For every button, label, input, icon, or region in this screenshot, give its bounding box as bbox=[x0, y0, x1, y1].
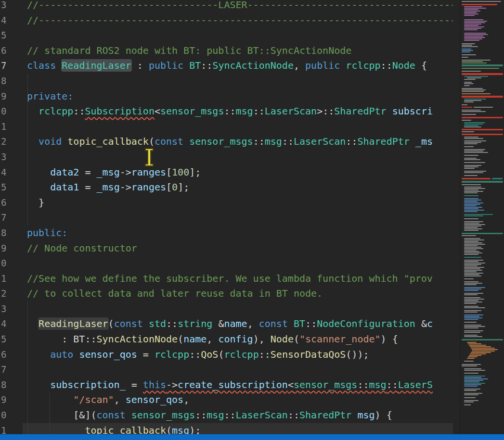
code-line[interactable]: 0 [&](const sensor_msgs::msg::LaserScan:… bbox=[0, 408, 453, 423]
minimap-row bbox=[464, 214, 493, 215]
minimap-row bbox=[464, 368, 481, 369]
line-number[interactable]: 8 bbox=[1, 226, 22, 241]
line-number[interactable]: 4 bbox=[1, 165, 22, 180]
line-number[interactable]: 5 bbox=[1, 28, 22, 43]
code-line[interactable]: 3 bbox=[0, 302, 453, 317]
line-number[interactable]: 2 bbox=[1, 286, 22, 302]
line-number[interactable]: 0 bbox=[1, 256, 22, 271]
code-line[interactable]: 2 void topic_callback(const sensor_msgs:… bbox=[0, 134, 453, 150]
code-token: BT bbox=[189, 60, 201, 71]
code-line[interactable]: 7class ReadingLaser : public BT::SyncAct… bbox=[0, 58, 453, 74]
minimap-row bbox=[464, 204, 480, 205]
line-number[interactable]: 9 bbox=[1, 241, 22, 256]
code-token: class bbox=[27, 60, 56, 71]
line-number[interactable]: 7 bbox=[1, 362, 22, 377]
minimap[interactable] bbox=[460, 0, 504, 434]
minimap-row bbox=[464, 267, 484, 268]
code-line[interactable]: 5 data1 = _msg->ranges[0]; bbox=[0, 180, 453, 195]
code-line[interactable]: 6 } bbox=[0, 195, 453, 211]
line-number[interactable]: 9 bbox=[1, 392, 22, 408]
minimap-row bbox=[464, 171, 486, 172]
line-number[interactable]: 8 bbox=[1, 377, 22, 393]
code-line[interactable]: 9 "/scan", sensor_qos, bbox=[0, 392, 453, 408]
code-line[interactable]: 8 bbox=[0, 74, 453, 89]
minimap-row bbox=[462, 131, 474, 132]
code-token: :: bbox=[224, 409, 235, 421]
code-line[interactable]: 4 ReadingLaser(const std::string &name, … bbox=[0, 316, 453, 332]
line-number[interactable]: 4 bbox=[1, 13, 22, 28]
line-number[interactable]: 1 bbox=[1, 423, 22, 434]
code-line[interactable]: 5 : BT::SyncActionNode(name, config), No… bbox=[0, 332, 453, 347]
code-line[interactable]: 3//-------------------------------LASER-… bbox=[0, 0, 453, 13]
line-number[interactable]: 4 bbox=[1, 316, 22, 332]
line-number[interactable]: 1 bbox=[1, 271, 22, 287]
line-number[interactable]: 5 bbox=[1, 332, 22, 347]
minimap-row bbox=[464, 26, 484, 27]
code-line[interactable]: 1 bbox=[0, 119, 453, 135]
code-line[interactable]: 0 bbox=[0, 256, 453, 271]
code-line[interactable]: 9private: bbox=[0, 89, 453, 104]
line-number[interactable]: 2 bbox=[1, 134, 22, 150]
line-number[interactable]: 6 bbox=[1, 195, 22, 211]
minimap-row bbox=[464, 297, 480, 298]
code-token bbox=[27, 166, 50, 178]
code-token: ranges bbox=[131, 166, 166, 178]
code-line[interactable]: 3 bbox=[0, 150, 453, 165]
code-token: topic_callback bbox=[85, 425, 166, 434]
code-token bbox=[27, 318, 39, 329]
line-number[interactable]: 6 bbox=[1, 43, 22, 59]
code-line[interactable]: 0 rclcpp::Subscription<sensor_msgs::msg:… bbox=[0, 104, 453, 119]
code-line[interactable]: 7 bbox=[0, 362, 453, 377]
code-line[interactable]: 7 bbox=[0, 210, 453, 226]
minimap-row bbox=[492, 178, 503, 179]
minimap-row bbox=[464, 319, 478, 320]
code-line[interactable]: 6 auto sensor_qos = rclcpp::QoS(rclcpp::… bbox=[0, 347, 453, 363]
code-token bbox=[126, 409, 131, 421]
code-token: ( bbox=[218, 349, 224, 360]
code-token: & bbox=[415, 318, 427, 329]
line-number[interactable]: 6 bbox=[1, 347, 22, 363]
minimap-row bbox=[464, 264, 481, 265]
line-number[interactable]: 5 bbox=[1, 180, 22, 195]
minimap-row bbox=[464, 37, 485, 38]
status-bar[interactable] bbox=[0, 434, 504, 440]
code-token: Node bbox=[271, 333, 294, 345]
minimap-row bbox=[464, 137, 478, 138]
minimap-row bbox=[464, 251, 479, 252]
minimap-row bbox=[464, 307, 485, 308]
minimap-row bbox=[464, 138, 483, 139]
code-line[interactable]: 4 data2 = _msg->ranges[100]; bbox=[0, 165, 453, 180]
line-number[interactable]: 7 bbox=[1, 210, 22, 226]
code-token: ( bbox=[149, 136, 155, 147]
code-line[interactable]: 1//See how we define the subscriber. We … bbox=[0, 271, 453, 287]
code-line[interactable]: 2// to collect data and later reuse data… bbox=[0, 286, 453, 302]
code-token: -> bbox=[166, 379, 178, 390]
line-number[interactable]: 3 bbox=[1, 302, 22, 317]
code-line[interactable]: 5 bbox=[0, 28, 453, 43]
minimap-row bbox=[464, 402, 474, 402]
minimap-row bbox=[464, 38, 482, 39]
minimap-row bbox=[464, 33, 486, 34]
code-line[interactable]: 8public: bbox=[0, 226, 453, 241]
minimap-row bbox=[464, 126, 481, 127]
code-token: SensorDataQoS bbox=[271, 349, 346, 360]
line-number[interactable]: 3 bbox=[1, 0, 22, 13]
line-number[interactable]: 3 bbox=[1, 150, 22, 165]
code-token: ]; bbox=[189, 166, 201, 178]
code-viewport[interactable]: 3//-------------------------------LASER-… bbox=[0, 0, 453, 434]
minimap-row bbox=[464, 125, 478, 126]
line-number[interactable]: 9 bbox=[1, 89, 22, 104]
code-line[interactable]: 1 topic_callback(msg); bbox=[0, 423, 453, 434]
line-number[interactable]: 8 bbox=[1, 74, 22, 89]
code-line[interactable]: 9// Node constructor bbox=[0, 241, 453, 256]
line-number[interactable]: 0 bbox=[1, 408, 22, 423]
code-line[interactable]: 8 subscription_ = this->create_subscript… bbox=[0, 377, 453, 393]
minimap-row bbox=[464, 224, 485, 225]
line-number[interactable]: 7 bbox=[1, 58, 22, 74]
minimap-row bbox=[464, 230, 478, 231]
line-number[interactable]: 1 bbox=[1, 119, 22, 135]
code-line[interactable]: 6// standard ROS2 node with BT: public B… bbox=[0, 43, 453, 59]
minimap-row bbox=[462, 339, 503, 340]
line-number[interactable]: 0 bbox=[1, 104, 22, 119]
code-line[interactable]: 4//-------------------------------------… bbox=[0, 13, 453, 28]
